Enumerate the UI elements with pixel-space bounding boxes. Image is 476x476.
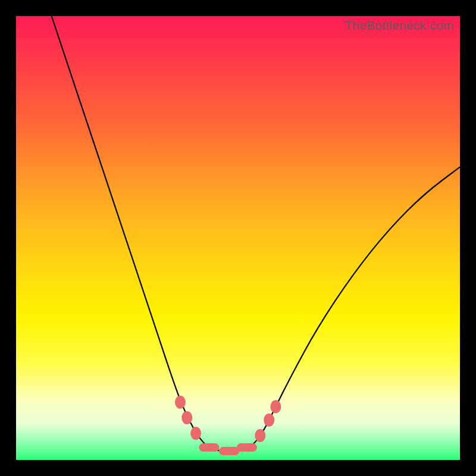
curve-marker <box>199 443 220 452</box>
curve-marker <box>181 411 192 424</box>
curve-markers <box>175 396 281 455</box>
curve-marker <box>255 429 265 442</box>
curve-marker <box>219 447 239 455</box>
curve-marker <box>270 400 281 414</box>
chart-frame: TheBottleneck.com <box>0 0 476 476</box>
curve-marker <box>175 396 186 409</box>
curve-marker <box>264 414 274 427</box>
bottleneck-curve-line <box>52 16 460 451</box>
curve-marker <box>237 443 257 452</box>
plot-area: TheBottleneck.com <box>16 16 460 460</box>
bottleneck-curve-svg <box>16 16 460 460</box>
curve-marker <box>190 427 201 440</box>
